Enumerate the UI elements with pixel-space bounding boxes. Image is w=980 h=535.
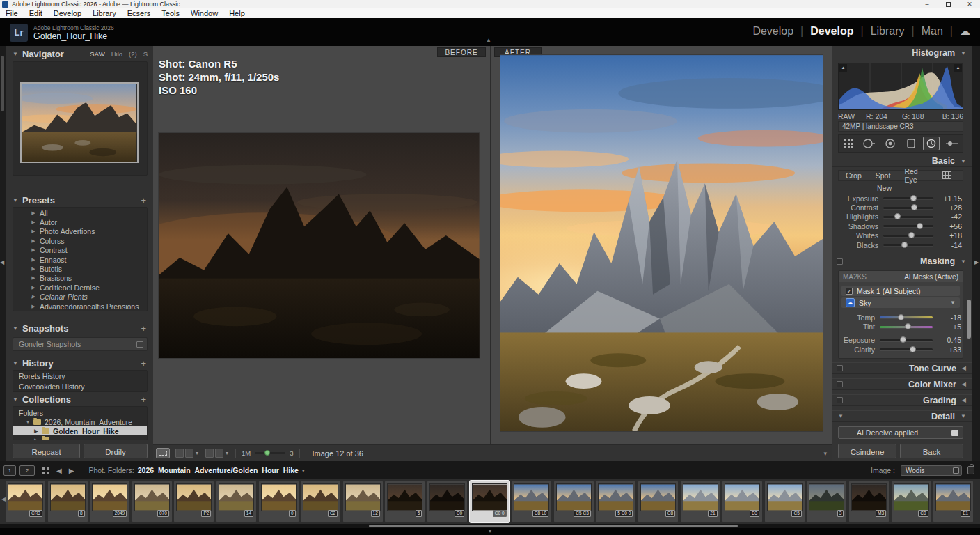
preset-item[interactable]: ▶Advaneedoranealtis Prensions <box>13 302 147 311</box>
chevron-down-icon[interactable]: ▾ <box>196 450 198 456</box>
before-image[interactable] <box>158 132 480 359</box>
slider-knob[interactable] <box>910 346 916 352</box>
minimize-button[interactable]: – <box>917 0 938 8</box>
healing-brush-icon[interactable] <box>861 137 878 150</box>
restore-button[interactable] <box>946 2 951 7</box>
histogram-header[interactable]: Histogram ▼ <box>832 47 972 59</box>
module-library[interactable]: Library <box>864 25 912 38</box>
slider-track[interactable] <box>883 225 933 227</box>
compare-divider[interactable] <box>490 46 491 444</box>
filmstrip-thumb[interactable]: C0 <box>427 481 467 522</box>
right-panel-collapse-arrow[interactable]: ▶ <box>974 259 979 265</box>
filmstrip-thumb[interactable]: CR3 <box>6 481 45 522</box>
filmstrip-thumb[interactable]: P2 <box>174 481 214 522</box>
navigator-header[interactable]: ▼ Navigator SAW Hilo (2) S <box>6 47 153 60</box>
filter-menu-icon[interactable] <box>953 467 959 474</box>
slider-track[interactable] <box>883 197 933 199</box>
history-item[interactable]: Rorets History <box>13 371 147 382</box>
slider-track[interactable] <box>883 216 933 218</box>
masking-header[interactable]: Masking ▼ <box>832 256 972 268</box>
source-chevron[interactable]: ▾ <box>302 467 305 474</box>
filmstrip-thumb[interactable]: D3 <box>722 481 762 522</box>
mask-sub-item-sky[interactable]: ☁ Sky ▼ <box>841 297 960 308</box>
grading-header[interactable]: Grading ◀ <box>832 394 972 406</box>
main-window-button[interactable]: 1 <box>3 465 16 476</box>
color-mixer-header[interactable]: Color Mixer ◀ <box>832 378 972 390</box>
histogram-box[interactable]: ▲ ▲ <box>838 63 963 110</box>
right-scrollbar-thumb[interactable] <box>967 300 971 339</box>
nav-zoom-ratio[interactable]: (2) <box>129 50 137 58</box>
left-panel-collapse-arrow[interactable]: ◀ <box>0 259 4 265</box>
compare-view-group[interactable] <box>175 449 193 458</box>
detail-header[interactable]: ▼ Detail ▼ <box>832 410 972 422</box>
collapse-top-arrow[interactable]: ▲ <box>486 37 491 43</box>
filmstrip-thumb[interactable]: 2049 <box>90 481 129 522</box>
grid-overlay-icon[interactable] <box>841 137 858 150</box>
slider-knob[interactable] <box>901 242 908 248</box>
filmstrip-thumb[interactable]: 5 C0 0 <box>596 481 635 522</box>
preset-item[interactable]: ▶Butotis <box>13 264 147 273</box>
menu-develop[interactable]: Develop <box>48 8 87 18</box>
module-develop-active[interactable]: Develop <box>803 25 860 38</box>
filmstrip-thumb[interactable]: C5 C3 <box>554 481 594 522</box>
preset-item[interactable]: ▶All <box>13 208 147 217</box>
filmstrip-thumb[interactable]: M3 <box>849 481 889 522</box>
left-panel-button-drdily[interactable]: Drdily <box>84 444 148 458</box>
slider-knob[interactable] <box>910 195 917 201</box>
filmstrip-thumb[interactable]: C5 <box>765 481 805 522</box>
filmstrip-thumb[interactable]: 3 <box>807 481 846 522</box>
preset-item[interactable]: ▶Colorss <box>13 236 147 245</box>
preset-item[interactable]: ▶Contrast <box>13 246 147 255</box>
slider-track[interactable] <box>880 348 933 350</box>
shadow-clip-indicator[interactable]: ▲ <box>839 64 847 72</box>
filmstrip-thumb[interactable]: 0 <box>259 481 299 522</box>
menu-users[interactable]: Ecsers <box>122 8 157 18</box>
slider-knob[interactable] <box>894 213 901 219</box>
module-map[interactable]: Man <box>915 25 950 38</box>
filmstrip-scrollbar-thumb[interactable] <box>369 525 738 527</box>
highlight-clip-indicator[interactable]: ▲ <box>954 64 962 72</box>
collections-header[interactable]: ▼ Collections + <box>6 393 153 405</box>
preset-item[interactable]: ▶Coditieoel Dernise <box>13 283 147 292</box>
crop-frame-icon[interactable] <box>903 137 919 150</box>
close-button[interactable]: ✕ <box>959 0 980 8</box>
right-panel-button-previous[interactable]: Csindene <box>838 444 896 458</box>
panel-switch-icon[interactable] <box>837 365 843 371</box>
filter-dropdown[interactable]: Wodis <box>901 465 962 476</box>
filmstrip-thumb[interactable]: C2 <box>301 481 340 522</box>
right-panel-button-back[interactable]: Back <box>900 444 963 458</box>
panel-switch-icon[interactable] <box>837 258 843 265</box>
filmstrip-thumb[interactable]: 14 <box>216 481 256 522</box>
menu-window[interactable]: Window <box>185 8 223 18</box>
history-item[interactable]: Govcookden History <box>13 382 147 392</box>
previous-image-arrow[interactable]: ◀ <box>56 467 62 474</box>
zoom-slider-knob[interactable] <box>264 450 270 456</box>
slider-track[interactable] <box>880 339 933 341</box>
filmstrip-thumb[interactable]: C8 L0 <box>512 481 551 522</box>
preset-item[interactable]: ▶Brasisons <box>13 274 147 283</box>
slider-track[interactable] <box>880 326 933 328</box>
masking-tool-icon-active[interactable] <box>923 137 940 150</box>
filmstrip-thumb[interactable]: 8 <box>48 481 88 522</box>
source-path[interactable]: 2026_Mountain_Adventure/Golden_Hour_Hike <box>138 466 299 474</box>
menu-library[interactable]: Library <box>87 8 122 18</box>
presets-header[interactable]: ▼ Presets + <box>6 194 153 206</box>
nav-zoom-hilo[interactable]: Hilo <box>111 50 122 58</box>
red-eye-icon[interactable] <box>882 137 899 150</box>
filter-lock-icon[interactable] <box>967 466 974 474</box>
add-collection-button[interactable]: + <box>141 394 146 405</box>
slider-track[interactable] <box>883 244 933 246</box>
add-snapshot-button[interactable]: + <box>141 323 146 334</box>
after-image[interactable] <box>500 54 823 432</box>
history-header[interactable]: ▼ History + <box>6 357 153 369</box>
add-preset-button[interactable]: + <box>141 195 146 206</box>
menu-file[interactable]: File <box>0 8 24 18</box>
slider-knob[interactable] <box>911 204 917 210</box>
basic-header[interactable]: Basic ▼ <box>832 155 972 167</box>
snapshots-field[interactable]: Gonvler Snapshots <box>13 337 148 351</box>
grid-icon[interactable] <box>935 171 958 180</box>
next-image-arrow[interactable]: ▶ <box>69 467 74 474</box>
ai-denoise-bar[interactable]: AI Deneive applied <box>838 426 963 439</box>
slider-track[interactable] <box>883 207 933 209</box>
panel-switch-icon[interactable] <box>837 381 843 387</box>
